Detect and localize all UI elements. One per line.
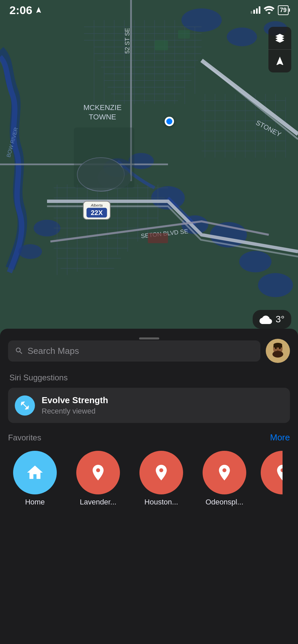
user-location-dot — [165, 117, 174, 126]
suggestion-item[interactable]: Evolve Strength Recently viewed — [8, 388, 290, 423]
favorite-partial-icon — [261, 451, 283, 494]
search-placeholder: Search Maps — [28, 346, 79, 356]
favorite-houston[interactable]: Houston... — [134, 451, 188, 506]
map-controls — [268, 27, 291, 72]
battery-percent: 79 — [280, 7, 287, 14]
wifi-icon — [264, 6, 274, 14]
svg-point-9 — [258, 273, 293, 297]
svg-point-93 — [275, 347, 277, 349]
svg-point-3 — [227, 28, 257, 46]
favorite-lavender-label: Lavender... — [80, 498, 117, 506]
svg-point-94 — [279, 347, 281, 349]
svg-rect-1 — [0, 0, 298, 342]
cloud-icon — [259, 315, 272, 324]
svg-point-95 — [277, 350, 279, 351]
svg-rect-88 — [178, 30, 190, 39]
fitness-icon — [20, 400, 30, 411]
location-button[interactable] — [268, 50, 291, 72]
favorite-partial[interactable] — [261, 451, 283, 494]
suggestion-name: Evolve Strength — [42, 395, 108, 406]
signal-bar-3 — [256, 8, 258, 14]
favorite-houston-label: Houston... — [144, 498, 178, 506]
search-bar: Search Maps — [8, 339, 290, 363]
signal-bar-1 — [251, 11, 252, 14]
signal-bars — [251, 6, 260, 14]
favorite-odeon-label: Odeonspl... — [206, 498, 244, 506]
svg-text:Alberta: Alberta — [91, 203, 103, 207]
siri-suggestions-label: Siri Suggestions — [8, 373, 290, 382]
svg-text:MCKENZIE: MCKENZIE — [83, 103, 122, 112]
favorites-header: Favorites More — [8, 432, 290, 443]
drag-handle[interactable] — [139, 337, 159, 339]
svg-point-8 — [239, 251, 271, 272]
svg-text:22X: 22X — [91, 209, 103, 216]
suggestion-icon — [15, 395, 35, 416]
favorite-houston-icon — [139, 451, 183, 494]
favorite-lavender-icon — [76, 451, 120, 494]
more-button[interactable]: More — [270, 432, 290, 443]
svg-rect-89 — [148, 233, 168, 243]
favorites-label: Favorites — [8, 433, 41, 442]
status-time-group: 2:06 — [9, 4, 42, 17]
location-arrow-icon — [274, 56, 285, 66]
battery-icon: 79 — [278, 5, 289, 15]
svg-rect-86 — [74, 127, 134, 188]
favorite-odeon-icon — [203, 451, 246, 494]
map-area[interactable]: 52 ST SE MCKENZIE TOWNE SETON BLVD SE ST… — [0, 0, 298, 342]
status-icons: 79 — [251, 5, 289, 15]
pin-icon-houston — [152, 463, 171, 482]
search-icon — [15, 346, 24, 355]
suggestion-subtitle: Recently viewed — [42, 407, 108, 416]
favorite-odeon[interactable]: Odeonspl... — [198, 451, 251, 506]
favorites-row: Home Lavender... Houston... — [8, 451, 290, 506]
svg-point-11 — [18, 244, 42, 259]
drag-handle-container — [139, 337, 159, 339]
signal-bar-2 — [253, 10, 255, 14]
user-avatar[interactable] — [266, 339, 290, 363]
map-layers-icon — [274, 33, 285, 44]
favorite-home-label: Home — [25, 498, 45, 506]
home-icon — [26, 463, 44, 482]
favorite-lavender[interactable]: Lavender... — [71, 451, 125, 506]
avatar-image — [266, 339, 289, 362]
favorite-home-icon — [13, 451, 57, 494]
status-bar: 2:06 79 — [0, 0, 298, 20]
suggestion-text: Evolve Strength Recently viewed — [42, 395, 108, 416]
location-active-icon — [35, 6, 42, 14]
signal-bar-4 — [259, 6, 260, 14]
svg-text:TOWNE: TOWNE — [89, 113, 116, 121]
svg-rect-87 — [155, 40, 168, 50]
pin-icon-odeon — [215, 463, 234, 482]
pin-icon-partial — [273, 463, 283, 482]
status-time: 2:06 — [9, 4, 32, 17]
bottom-sheet: Search Maps Siri Suggestions — [0, 329, 298, 644]
pin-icon-lavender — [89, 463, 108, 482]
map-svg: 52 ST SE MCKENZIE TOWNE SETON BLVD SE ST… — [0, 0, 298, 342]
weather-badge[interactable]: 3° — [253, 310, 291, 329]
favorite-home[interactable]: Home — [8, 451, 62, 506]
map-layers-button[interactable] — [268, 27, 291, 50]
svg-point-92 — [272, 351, 283, 358]
search-input-wrap[interactable]: Search Maps — [8, 340, 260, 362]
svg-text:52 ST SE: 52 ST SE — [124, 28, 131, 54]
weather-temp: 3° — [275, 314, 285, 325]
